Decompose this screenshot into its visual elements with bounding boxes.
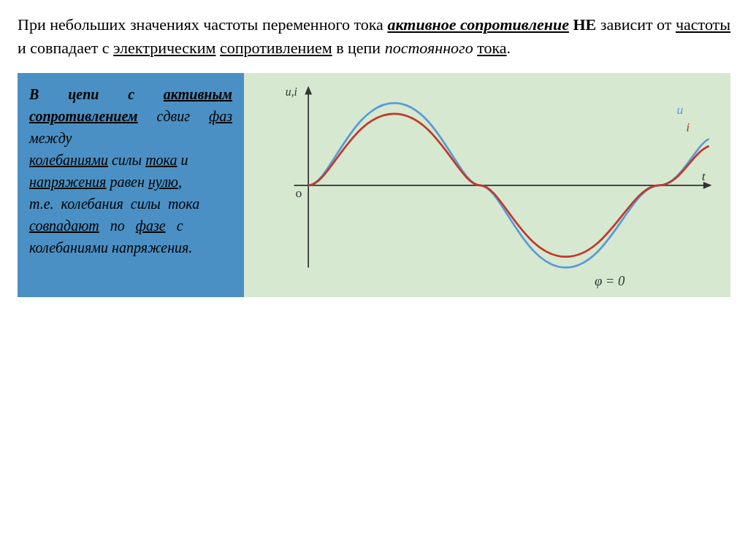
svg-marker-1	[305, 85, 312, 94]
graph-svg: o u,i t u i φ = 0	[244, 73, 730, 298]
phi-label: φ = 0	[595, 273, 625, 288]
left-column: В цепи с активным сопротивлением сдвиг ф…	[18, 73, 244, 298]
left-kolebaniyami: колебаниями	[29, 152, 108, 168]
left-napryazheniya: напряжения	[29, 174, 106, 190]
not-word: НЕ	[573, 15, 596, 34]
left-sdvig: сдвиг	[138, 108, 209, 124]
constant-word: постоянного	[385, 39, 473, 57]
current-word: тока	[477, 39, 506, 57]
active-resistance-phrase: активное сопротивление	[387, 15, 568, 34]
curve-u-label: u	[677, 102, 684, 117]
left-toka: тока	[145, 152, 177, 168]
bottom-section: В цепи с активным сопротивлением сдвиг ф…	[18, 73, 730, 298]
left-raven: равен	[106, 174, 148, 190]
resistance-word: сопротивлением	[220, 39, 332, 57]
left-text-start: В цепи с	[29, 86, 164, 102]
frequency-word: частоты	[676, 15, 730, 34]
left-sily: силы	[108, 152, 145, 168]
left-faze: фазе	[136, 218, 166, 234]
electric-word: электрическим	[113, 39, 215, 57]
left-i: и	[177, 152, 188, 168]
curve-i-label: i	[686, 120, 690, 134]
top-paragraph: При небольших значениях частоты переменн…	[18, 13, 730, 60]
left-faz: фаз	[209, 108, 232, 124]
y-axis-label: u,i	[286, 85, 297, 98]
x-axis-label: t	[702, 169, 706, 183]
right-column: o u,i t u i φ = 0	[244, 73, 730, 298]
left-sovpadayut: совпадают	[29, 218, 99, 234]
left-nulyu: нулю	[148, 174, 178, 190]
main-container: При небольших значениях частоты переменн…	[0, 0, 748, 560]
left-mezhdu: между	[29, 130, 72, 146]
origin-label: o	[296, 185, 302, 200]
left-po: по	[99, 218, 136, 234]
